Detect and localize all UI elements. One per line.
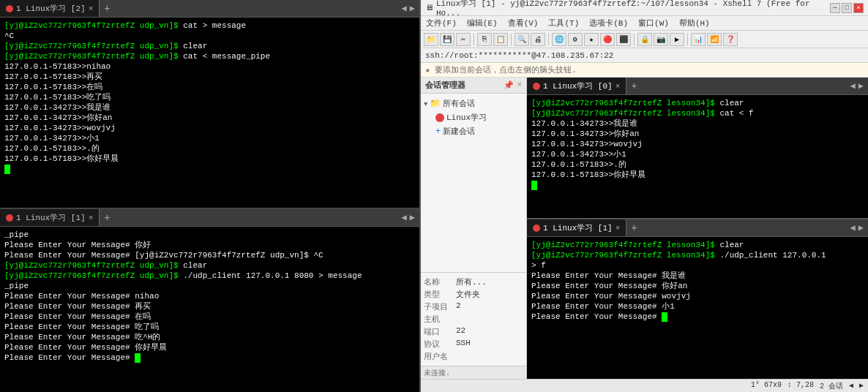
toolbar-sep-1	[474, 34, 474, 45]
left-nav-left[interactable]: ◀	[402, 3, 407, 14]
toolbar-sep-5	[687, 34, 688, 45]
session-close-icon[interactable]: ×	[517, 80, 522, 90]
session-group-all[interactable]: 📁 所有会话	[424, 97, 523, 110]
toolbar-btn-13[interactable]: 🔒	[637, 33, 652, 46]
left-bottom-nav-right[interactable]: ▶	[410, 212, 415, 223]
terminal-line: 127.0.0.1-57183>>再买	[4, 72, 415, 82]
terminal-line: 127.0.0.1-34273>>小1	[4, 133, 415, 143]
menu-window[interactable]: 窗口(W)	[636, 18, 671, 29]
right-bottom-tab-close[interactable]: ×	[616, 224, 621, 233]
minimize-button[interactable]: ─	[830, 3, 840, 13]
left-bottom-wrapper: 1 Linux学习 [1] × + ◀ ▶ _pipePlease Enter …	[0, 209, 419, 392]
menu-tabs[interactable]: 选项卡(B)	[587, 18, 630, 29]
toolbar-btn-5[interactable]: 📋	[493, 33, 508, 46]
right-bottom-tab-bar: 1 Linux学习 [1] × + ◀ ▶	[527, 219, 868, 237]
session-tree: 📁 所有会话 Linux学习 + 新建会话	[421, 94, 526, 272]
terminal-line	[4, 164, 415, 174]
right-top-nav-right[interactable]: ▶	[858, 80, 864, 91]
menu-view[interactable]: 查看(V)	[506, 18, 541, 29]
left-bottom-tab-close[interactable]: ×	[89, 214, 94, 222]
left-bottom-tab-bar: 1 Linux学习 [1] × + ◀ ▶	[0, 209, 419, 227]
right-bottom-nav-left[interactable]: ◀	[850, 222, 856, 233]
toolbar-btn-4[interactable]: ⎘	[477, 33, 492, 46]
toolbar-btn-17[interactable]: 📶	[707, 33, 722, 46]
terminal-line: Please Enter Your Message#	[531, 312, 864, 322]
menu-edit[interactable]: 编辑(E)	[465, 18, 500, 29]
xshell-title-bar: 🖥 Linux学习 [1] - yj@iZ2vc772r7963f4f7zrte…	[421, 0, 868, 16]
toolbar-btn-3[interactable]: ✂	[456, 33, 471, 46]
toolbar-btn-1[interactable]: 📁	[424, 33, 438, 46]
status-nav-right[interactable]: ▶	[859, 381, 864, 391]
session-item-linux[interactable]: Linux学习	[424, 110, 523, 124]
left-tab-1[interactable]: 1 Linux学习 [2] ×	[0, 0, 100, 17]
terminal-line: [yj@iZ2vc772r7963f4f7zrtefZ udp_vn]$ cle…	[4, 260, 415, 271]
right-bottom-terminal-wrapper: 1 Linux学习 [1] × + ◀ ▶ [yj@iZ2vc772r7963f…	[527, 218, 868, 379]
toolbar-sep-4	[634, 34, 635, 45]
left-tab-add[interactable]: +	[100, 3, 114, 15]
terminal-line: 127.0.0.1-57183>>你好早晨	[4, 154, 415, 164]
right-top-tab-close[interactable]: ×	[616, 82, 621, 91]
prop-host-label: 主机	[424, 314, 453, 325]
terminal-line: Please Enter Your Message# nihao	[4, 291, 415, 301]
left-tab-1-close[interactable]: ×	[89, 4, 94, 13]
close-button[interactable]: ✕	[853, 3, 864, 13]
terminal-line: [yj@iZ2vc772r7963f4f7zrtefZ lesson34]$ .…	[531, 250, 864, 260]
terminal-line: 127.0.0.1-34273>>你好an	[4, 113, 415, 123]
toolbar-btn-8[interactable]: 🌐	[552, 33, 566, 46]
right-bottom-tab-add[interactable]: +	[626, 222, 641, 234]
right-top-tab-bar: 1 Linux学习 [0] × + ◀ ▶	[527, 78, 868, 95]
toolbar-btn-2[interactable]: 💾	[440, 33, 454, 46]
right-bottom-nav-right[interactable]: ▶	[858, 222, 864, 233]
terminal-line: 127.0.0.1-34273>>我是谁	[4, 102, 415, 113]
terminal-line: 127.0.0.1-57183>>.的	[531, 159, 864, 170]
ssh-info-bar: ssh://root:***********@47.108.235.67:22	[421, 48, 868, 63]
left-tab-nav: ◀ ▶	[397, 3, 419, 14]
terminal-line: 127.0.0.1-34273>>你好an	[531, 129, 864, 139]
left-tab-1-label: 1 Linux学习 [2]	[16, 3, 86, 14]
toolbar-btn-14[interactable]: 📷	[654, 33, 668, 46]
toolbar-btn-6[interactable]: 🔍	[515, 33, 529, 46]
terminal-line: 127.0.0.1-57183>>.的	[4, 143, 415, 154]
terminal-line: Please Enter Your Message# [yj@iZ2vc772r…	[4, 250, 415, 260]
toolbar-btn-11[interactable]: 🔴	[600, 33, 615, 46]
left-top-terminal: [yj@iZ2vc772r7963f4f7zrtefZ udp_vn]$ cat…	[0, 18, 419, 209]
toolbar-btn-9[interactable]: ⚙	[568, 33, 583, 46]
prop-protocol-label: 协议	[424, 339, 453, 350]
session-props: 名称 所有... 类型 文件夹 子项目 2 主机	[421, 272, 526, 366]
xshell-status-bar: 1° 67x9 ↕ 7,28 2 会话 ◀ ▶	[421, 379, 868, 392]
maximize-button[interactable]: □	[842, 3, 852, 13]
prop-port: 端口 22	[424, 325, 523, 338]
right-terminals: 1 Linux学习 [0] × + ◀ ▶ [yj@iZ2vc772r7963f…	[527, 78, 868, 379]
toolbar-btn-10[interactable]: ★	[584, 33, 599, 46]
menu-file[interactable]: 文件(F)	[424, 18, 459, 29]
tab-icon-1	[6, 5, 13, 12]
right-top-tab-add[interactable]: +	[626, 80, 641, 92]
left-bottom-terminal: _pipePlease Enter Your Message# 你好Please…	[0, 227, 419, 392]
left-bottom-tab-add[interactable]: +	[100, 212, 114, 224]
status-nav-left[interactable]: ◀	[849, 381, 853, 391]
right-bottom-tab[interactable]: 1 Linux学习 [1] ×	[527, 219, 626, 236]
ssh-info-text: ssh://root:***********@47.108.235.67:22	[425, 51, 613, 60]
toolbar-btn-7[interactable]: 🖨	[531, 33, 545, 46]
status-sessions: 2 会话	[820, 381, 843, 391]
session-item-label-new: 新建会话	[443, 126, 475, 137]
left-bottom-tab[interactable]: 1 Linux学习 [1] ×	[0, 209, 100, 226]
left-nav-right[interactable]: ▶	[410, 3, 415, 14]
menu-tools[interactable]: 工具(T)	[546, 18, 581, 29]
folder-icon: 📁	[430, 98, 441, 109]
session-item-new[interactable]: + 新建会话	[424, 124, 523, 138]
prop-host: 主机	[424, 313, 523, 325]
terminal-line: Please Enter Your Message# 你好an	[531, 281, 864, 291]
toolbar-btn-18[interactable]: ❓	[723, 33, 738, 46]
status-coords: 1° 67x9	[751, 381, 782, 391]
menu-help[interactable]: 帮助(H)	[677, 18, 712, 29]
toolbar-btn-15[interactable]: ▶	[670, 33, 684, 46]
toolbar-btn-16[interactable]: 📊	[691, 33, 706, 46]
toolbar-btn-12[interactable]: ⬛	[616, 33, 631, 46]
left-bottom-nav-left[interactable]: ◀	[402, 212, 407, 223]
prop-port-label: 端口	[424, 326, 453, 337]
right-top-nav-left[interactable]: ◀	[850, 80, 856, 91]
group-expand-icon	[424, 99, 427, 108]
session-pin-icon[interactable]: 📌	[504, 80, 514, 90]
right-top-tab[interactable]: 1 Linux学习 [0] ×	[527, 78, 626, 94]
